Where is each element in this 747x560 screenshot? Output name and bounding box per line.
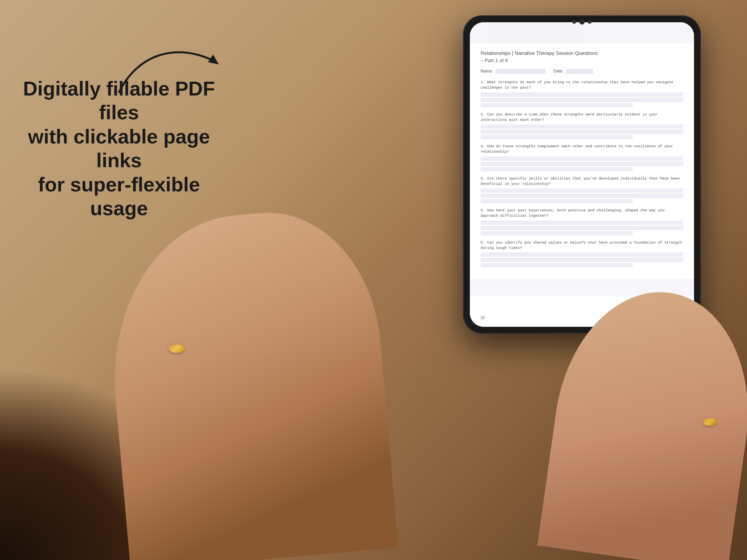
ring-right	[703, 418, 716, 426]
pdf-title: Relationships | Narrative Therapy Sessio…	[481, 50, 683, 56]
answer-lines-6	[481, 252, 683, 267]
date-input[interactable]	[566, 69, 593, 74]
name-input[interactable]	[496, 69, 545, 74]
camera-dot-2	[588, 20, 592, 24]
question-5: 5. How have your past experiences, both …	[481, 208, 683, 236]
camera-area	[572, 19, 592, 25]
tablet-outer: Relationships | Narrative Therapy Sessio…	[463, 15, 701, 334]
ring-left	[169, 344, 184, 353]
decoration-pattern	[470, 22, 694, 43]
question-2: 2. Can you describe a time when these st…	[481, 112, 683, 140]
text-line-2: with clickable page links	[28, 125, 210, 171]
name-date-row: Name: Date:	[481, 69, 683, 74]
question-4: 4. Are there specific skills or abilitie…	[481, 176, 683, 204]
page-number: 20	[481, 316, 485, 320]
pdf-subtitle: – Part 1 of 4	[481, 58, 683, 63]
text-line-3: for super-flexible usage	[38, 173, 200, 219]
question-3: 3. How do these strengths complement eac…	[481, 144, 683, 171]
question-6: 6. Can you identify any shared values or…	[481, 240, 683, 268]
camera-main	[579, 19, 585, 25]
answer-lines-5	[481, 221, 683, 236]
answer-lines-4	[481, 188, 683, 203]
tablet-screen: Relationships | Narrative Therapy Sessio…	[470, 22, 694, 327]
pdf-content: Relationships | Narrative Therapy Sessio…	[470, 22, 694, 327]
left-panel: Digitally fillable PDF files with clicka…	[23, 77, 215, 220]
date-label: Date:	[553, 69, 593, 74]
pdf-header-decoration	[470, 22, 694, 43]
answer-lines-1	[481, 92, 683, 107]
marketing-text: Digitally fillable PDF files with clicka…	[23, 77, 215, 220]
question-1: 1. What strengths do each of you bring t…	[481, 80, 683, 107]
name-label: Name:	[481, 69, 545, 74]
answer-lines-2	[481, 124, 683, 139]
camera-dot-1	[572, 20, 576, 24]
pdf-body: Relationships | Narrative Therapy Sessio…	[470, 43, 694, 279]
answer-lines-3	[481, 156, 683, 171]
text-line-1: Digitally fillable PDF files	[23, 77, 215, 124]
tablet: Relationships | Narrative Therapy Sessio…	[463, 15, 701, 334]
